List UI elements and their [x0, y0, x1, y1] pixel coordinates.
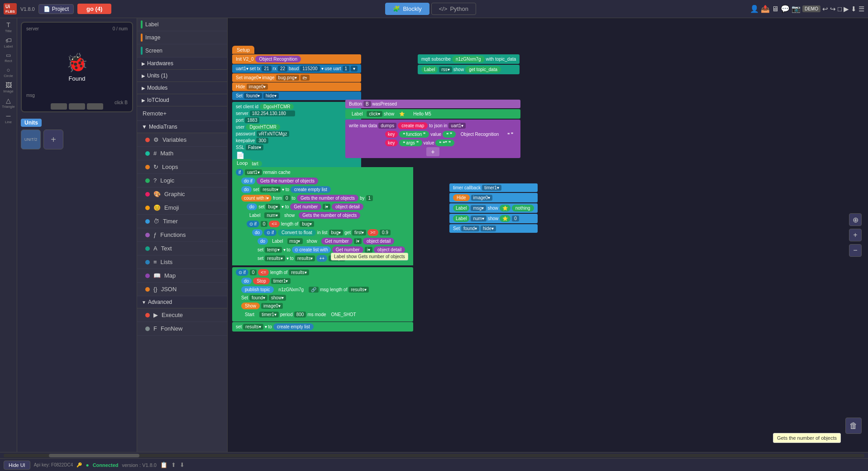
- loop-group: Loop if uart1▾ remain cache do if Gets t…: [232, 159, 413, 332]
- execute-category[interactable]: ▶ Execute: [137, 308, 227, 322]
- label-category[interactable]: Label: [137, 18, 227, 31]
- python-mode-button[interactable]: </> Python: [431, 3, 476, 15]
- loop-header[interactable]: Loop: [232, 159, 252, 167]
- download-btn[interactable]: ⬇: [851, 5, 857, 13]
- variables-category[interactable]: ⚙ Variables: [137, 133, 227, 147]
- triangle-tool[interactable]: △ Triangle: [1, 96, 16, 110]
- json-category[interactable]: {} JSON: [137, 283, 227, 296]
- math-category[interactable]: # Math: [137, 147, 227, 160]
- chat-icon-btn[interactable]: 💬: [781, 5, 790, 13]
- mqtt-subscribe-group: mqtt subscribe n1zGNxm7g with topic_data…: [418, 54, 520, 74]
- units-section-header[interactable]: ▶ Units (1): [137, 70, 227, 82]
- uart-block[interactable]: uart1▾ set tx 21 rx 22 baud 115200 ▾ use…: [232, 64, 361, 73]
- scroll-thumb[interactable]: [49, 454, 139, 457]
- rect-tool[interactable]: ▭ Rect: [1, 51, 16, 64]
- set-results-empty[interactable]: set results▾ ▾ to create empty list: [232, 322, 413, 332]
- menu-btn[interactable]: ☰: [858, 5, 864, 13]
- set-found-block[interactable]: Set found▾ hide▾: [232, 91, 361, 100]
- project-button[interactable]: 📄 Project: [38, 4, 74, 14]
- advanced-section[interactable]: ▼ Advanced: [137, 296, 227, 308]
- label-click-block[interactable]: Label click▾ show ⭐ Hello M5: [345, 109, 520, 119]
- media-trans-section[interactable]: ▼ MediaTrans: [137, 121, 227, 133]
- emoji-dot: [145, 206, 150, 210]
- label-tooltip-text: Label show Gets number of objects: [334, 254, 405, 259]
- mini-btn-2[interactable]: [69, 103, 85, 110]
- timer-callback-block[interactable]: timer callback timer1▾: [449, 183, 538, 192]
- text-category[interactable]: A Text: [137, 242, 227, 255]
- add-block-btn[interactable]: +: [426, 147, 439, 156]
- timer-category[interactable]: ⏱ Timer: [137, 215, 227, 228]
- button-waspressed-block[interactable]: Button B wasPressed: [345, 100, 520, 108]
- write-raw-data-block[interactable]: write raw data dumps create map to json …: [345, 120, 520, 158]
- run-btn[interactable]: ▶: [844, 5, 849, 13]
- title-tool[interactable]: T Title: [1, 20, 16, 34]
- mqtt-subscribe-block[interactable]: mqtt subscribe n1zGNxm7g with topic_data: [418, 54, 520, 64]
- label-msg-nothing-block[interactable]: Label msg▾ show ⭐ nothing: [449, 203, 538, 213]
- download-status-icon[interactable]: ⬇: [180, 461, 185, 468]
- image-tool[interactable]: 🖼 Image: [1, 80, 16, 95]
- redo-btn[interactable]: ↪: [830, 5, 836, 13]
- set-found-hide-callback-block[interactable]: Set found▾ hide▾: [449, 224, 538, 233]
- execute-icon: ▶: [153, 312, 158, 318]
- ladybug-image: 🐞: [66, 52, 88, 73]
- mini-btn-1[interactable]: [51, 103, 67, 110]
- unit-box-1[interactable]: UNIT/2: [21, 130, 41, 149]
- zoom-fit-btn[interactable]: ⊕: [849, 213, 862, 226]
- canvas-area[interactable]: Setup Init V2_0 Object Recognition uart1…: [228, 18, 868, 452]
- hide-image-callback-block[interactable]: Hide image0▾: [449, 193, 538, 202]
- upload-status-icon[interactable]: ⬆: [171, 461, 176, 468]
- advanced-label: Advanced: [148, 299, 172, 305]
- zoom-out-btn[interactable]: −: [849, 244, 862, 257]
- label-tool[interactable]: 🏷 Label: [1, 35, 16, 50]
- camera-icon-btn[interactable]: 📷: [792, 5, 801, 13]
- map-category[interactable]: 📖 Map: [137, 269, 227, 283]
- loops-category[interactable]: ↻ Loops: [137, 160, 227, 174]
- modules-section[interactable]: ▶ Modules: [137, 82, 227, 94]
- demo-btn[interactable]: DEMO: [802, 5, 820, 12]
- line-tool[interactable]: ─ Line: [1, 111, 16, 125]
- lists-category[interactable]: ≡ Lists: [137, 255, 227, 269]
- window-btn[interactable]: □: [838, 5, 842, 13]
- emoji-category[interactable]: 😊 Emoji: [137, 201, 227, 215]
- hide-ui-button[interactable]: Hide UI: [4, 461, 30, 470]
- mini-btn-3[interactable]: [87, 103, 103, 110]
- remote-plus-item[interactable]: Remote+: [137, 106, 227, 121]
- logic-category[interactable]: ? Logic: [137, 174, 227, 187]
- zoom-in-btn[interactable]: +: [849, 229, 862, 241]
- tooltip-block: Gets the number of objects: [773, 433, 841, 443]
- graphic-category[interactable]: 🎨 Graphic: [137, 187, 227, 201]
- fonew-category[interactable]: F FonNew: [137, 322, 227, 336]
- loops-label: Loops: [162, 163, 178, 170]
- json-icon: {}: [153, 286, 157, 293]
- hardwares-label: Hardwares: [147, 60, 173, 67]
- blockly-label: Blockly: [403, 5, 421, 12]
- copy-icon[interactable]: 📋: [160, 461, 167, 468]
- timer-dot: [145, 219, 150, 224]
- init-block[interactable]: Init V2_0 Object Recognition: [232, 54, 361, 64]
- functions-category[interactable]: ƒ Functions: [137, 228, 227, 242]
- account-icon-btn[interactable]: 👤: [750, 5, 759, 13]
- monitor-icon-btn[interactable]: 🖥: [772, 5, 779, 13]
- logic-dot: [145, 178, 150, 183]
- undo-btn[interactable]: ↩: [822, 5, 828, 13]
- blockly-mode-button[interactable]: 🧩 Blockly: [385, 3, 429, 15]
- project-label: Project: [52, 6, 69, 12]
- image-color-bar: [141, 34, 143, 42]
- screen-color-bar: [141, 47, 143, 55]
- screen-category[interactable]: Screen: [137, 44, 227, 58]
- horizontal-scrollbar[interactable]: [0, 452, 868, 458]
- hide-image-block[interactable]: Hide image0▾: [232, 82, 361, 91]
- add-unit-button[interactable]: +: [43, 130, 63, 149]
- iotcloud-section[interactable]: ▶ IoTCloud: [137, 94, 227, 106]
- hardwares-section[interactable]: ▶ Hardwares: [137, 58, 227, 70]
- trash-button[interactable]: 🗑: [845, 418, 862, 434]
- upload-icon-btn[interactable]: 📤: [761, 5, 770, 13]
- set-image-block[interactable]: Set image0▾ image bug.png▾ 🗁: [232, 73, 361, 82]
- circle-tool[interactable]: ○ Circle: [1, 65, 16, 79]
- label-rss-block[interactable]: Label rss▾ show get topic_data: [418, 65, 520, 74]
- units-section-label: Units (1): [147, 72, 167, 79]
- setup-header[interactable]: Setup: [232, 46, 254, 54]
- image-category[interactable]: Image: [137, 31, 227, 44]
- go-button[interactable]: go (4): [77, 4, 111, 14]
- label-num-0-block[interactable]: Label num▾ show ⭐ 0: [449, 214, 538, 223]
